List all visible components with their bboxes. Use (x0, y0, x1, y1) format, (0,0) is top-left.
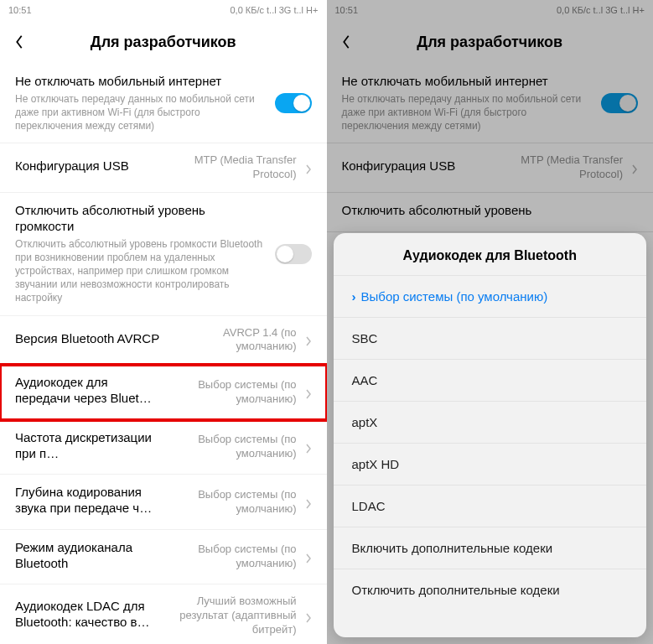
header: Для разработчиков (0, 20, 327, 64)
row-value: AVRCP 1.4 (по умолчанию) (171, 326, 297, 355)
row-ldac[interactable]: Аудиокодек LDAC для Bluetooth: качество … (0, 584, 327, 644)
chevron-right-icon (305, 497, 312, 507)
row-avrcp[interactable]: Версия Bluetooth AVRCP AVRCP 1.4 (по умо… (0, 316, 327, 366)
sheet-title: Аудиокодек для Bluetooth (334, 233, 647, 275)
option-label: aptX HD (352, 457, 400, 471)
option-label: aptX (352, 415, 378, 429)
option-label: SBC (352, 331, 378, 345)
check-icon: › (352, 289, 356, 304)
row-title: Не отключать мобильный интернет (15, 74, 267, 90)
row-title: Версия Bluetooth AVRCP (15, 331, 163, 347)
chevron-right-icon (305, 163, 312, 173)
row-title: Конфигурация USB (15, 158, 163, 174)
row-bit-depth[interactable]: Глубина кодирования звука при передаче ч… (0, 475, 327, 530)
option-ldac[interactable]: LDAC (334, 485, 647, 527)
screen-right: 10:51 0,0 КБ/с t..l 3G t..l H+ Для разра… (327, 0, 654, 644)
row-value: MTP (Media Transfer Protocol) (171, 153, 297, 182)
row-title: Режим аудиоканала Bluetooth (15, 540, 163, 572)
toggle-off-icon[interactable] (275, 244, 312, 264)
row-channel-mode[interactable]: Режим аудиоканала Bluetooth Выбор систем… (0, 530, 327, 585)
row-desc: Отключить абсолютный уровень громкости B… (15, 237, 267, 305)
option-enable-extra[interactable]: Включить дополнительные кодеки (334, 527, 647, 569)
option-aptxhd[interactable]: aptX HD (334, 443, 647, 485)
status-indicators: 0,0 КБ/с t..l 3G t..l H+ (230, 5, 318, 15)
row-sample-rate[interactable]: Частота дискретизации при п… Выбор систе… (0, 420, 327, 475)
codec-sheet: Аудиокодек для Bluetooth › Выбор системы… (334, 233, 647, 637)
option-label: Включить дополнительные кодеки (352, 541, 553, 555)
status-time: 10:51 (8, 5, 32, 15)
row-value: Выбор системы (по умолчанию) (171, 433, 297, 461)
row-value: Выбор системы (по умолчанию) (171, 378, 297, 407)
option-label: Выбор системы (по умолчанию) (361, 289, 548, 304)
row-title: Аудиокодек для передачи через Bluet… (15, 375, 163, 407)
option-label: Отключить дополнительные кодеки (352, 583, 560, 597)
option-aptx[interactable]: aptX (334, 401, 647, 443)
option-disable-extra[interactable]: Отключить дополнительные кодеки (334, 569, 647, 610)
statusbar: 10:51 0,0 КБ/с t..l 3G t..l H+ (0, 0, 327, 20)
row-value: Выбор системы (по умолчанию) (171, 488, 297, 517)
screen-left: 10:51 0,0 КБ/с t..l 3G t..l H+ Для разра… (0, 0, 327, 644)
row-title: Аудиокодек LDAC для Bluetooth: качество … (15, 599, 163, 631)
row-value: Лучший возможный результат (адаптивный б… (171, 595, 297, 637)
row-title: Глубина кодирования звука при передаче ч… (15, 485, 163, 517)
toggle-on-icon[interactable] (275, 93, 312, 113)
row-keep-mobile[interactable]: Не отключать мобильный интернет Не отклю… (0, 64, 327, 143)
row-usb-config[interactable]: Конфигурация USB MTP (Media Transfer Pro… (0, 143, 327, 193)
option-label: AAC (352, 373, 378, 387)
back-button[interactable] (7, 29, 32, 55)
option-label: LDAC (352, 499, 386, 513)
chevron-right-icon (305, 611, 312, 621)
chevron-right-icon (305, 442, 312, 452)
row-bluetooth-codec[interactable]: Аудиокодек для передачи через Bluet… Выб… (0, 365, 327, 420)
chevron-right-icon (305, 552, 312, 562)
chevron-left-icon (14, 34, 24, 49)
chevron-right-icon (305, 387, 312, 397)
page-title: Для разработчиков (91, 34, 236, 51)
row-value: Выбор системы (по умолчанию) (171, 543, 297, 571)
row-desc: Не отключать передачу данных по мобильно… (15, 92, 267, 133)
row-title: Отключить абсолютный уровень громкости (15, 203, 267, 235)
option-sbc[interactable]: SBC (334, 317, 647, 359)
chevron-right-icon (305, 335, 312, 345)
settings-list[interactable]: Не отключать мобильный интернет Не отклю… (0, 64, 327, 644)
row-title: Частота дискретизации при п… (15, 430, 163, 462)
row-abs-volume[interactable]: Отключить абсолютный уровень громкости О… (0, 193, 327, 315)
option-default[interactable]: › Выбор системы (по умолчанию) (334, 275, 647, 317)
option-aac[interactable]: AAC (334, 359, 647, 401)
